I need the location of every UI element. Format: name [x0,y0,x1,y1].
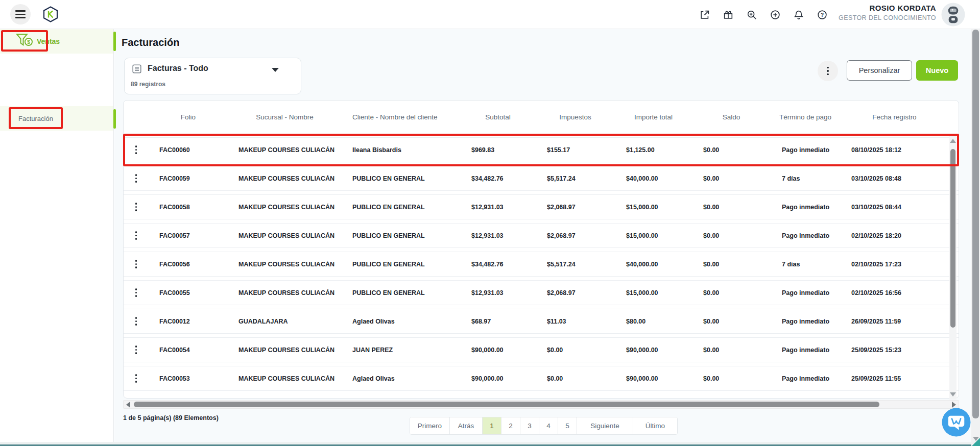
table-row[interactable]: FAC00060 MAKEUP COURSES CULIACÁN Ileana … [124,137,959,162]
table-row[interactable]: FAC00058 MAKEUP COURSES CULIACÁN PUBLICO… [124,194,959,219]
browser-vertical-scrollbar[interactable] [971,29,980,446]
pagination-page-4[interactable]: 4 [539,417,558,434]
cell-importe-total: $1,125.00 [615,146,692,154]
table-vertical-scrollbar-thumb[interactable] [950,149,955,328]
user-role: GESTOR DEL CONOCIMIENTO [839,14,936,21]
row-actions-kebab-icon[interactable] [124,203,149,211]
cell-sucursal: MAKEUP COURSES CULIACÁN [228,175,342,182]
row-actions-kebab-icon[interactable] [124,288,149,297]
external-link-icon[interactable] [699,9,710,20]
help-icon[interactable]: ? [817,9,828,20]
pagination-page-3[interactable]: 3 [520,417,539,434]
gift-icon[interactable] [723,9,734,20]
column-header-folio[interactable]: Folio [149,112,228,122]
cell-subtotal: $12,931.03 [460,204,536,211]
row-actions-kebab-icon[interactable] [124,145,149,154]
cell-termino: 7 días [771,175,840,182]
app-logo-icon [43,6,58,24]
nuevo-button[interactable]: Nuevo [916,60,958,81]
cell-termino: Pago inmediato [771,346,840,354]
notifications-bell-icon[interactable] [793,9,804,20]
pagination-page-1[interactable]: 1 [483,417,501,434]
row-actions-kebab-icon[interactable] [124,231,149,240]
table-row[interactable]: FAC00056 MAKEUP COURSES CULIACÁN PUBLICO… [124,252,959,277]
column-header-fecha-registro[interactable]: Fecha registro [840,112,949,122]
cell-sucursal: MAKEUP COURSES CULIACÁN [228,204,342,211]
scroll-right-arrow-icon[interactable] [952,402,956,408]
cell-termino: Pago inmediato [771,232,840,239]
scroll-down-arrow-icon[interactable] [950,392,956,397]
pagination-page-2[interactable]: 2 [501,417,520,434]
column-header-sucursal[interactable]: Sucursal - Nombre [228,112,342,122]
pagination-last-button[interactable]: Último [633,417,677,434]
column-header-termino-de-pago[interactable]: Término de pago [771,112,840,122]
cell-sucursal: GUADALAJARA [228,318,342,325]
table-horizontal-scrollbar[interactable] [123,400,959,409]
column-header-subtotal[interactable]: Subtotal [460,112,536,122]
row-actions-kebab-icon[interactable] [124,374,149,383]
sidebar-item-ventas-label: Ventas [37,37,60,45]
user-info[interactable]: ROSIO KORDATA GESTOR DEL CONOCIMIENTO [839,4,936,21]
cell-subtotal: $34,482.76 [460,261,536,268]
sidebar-item-facturacion[interactable]: Facturación [18,114,105,124]
row-actions-kebab-icon[interactable] [124,260,149,268]
cell-importe-total: $90,000.00 [615,346,692,354]
table-horizontal-scrollbar-thumb[interactable] [134,402,879,407]
column-header-saldo[interactable]: Saldo [692,112,771,122]
cell-termino: Pago inmediato [771,289,840,296]
row-actions-kebab-icon[interactable] [124,174,149,183]
scroll-left-arrow-icon[interactable] [126,402,130,408]
pagination-next-button[interactable]: Siguiente [577,417,633,434]
cell-folio: FAC00057 [149,232,228,239]
table-row[interactable]: FAC00012 GUADALAJARA Aglaed Olivas $68.9… [124,309,959,334]
table-row[interactable]: FAC00059 MAKEUP COURSES CULIACÁN PUBLICO… [124,166,959,191]
column-header-importe-total[interactable]: Importe total [615,112,692,122]
chat-widget-button[interactable] [942,408,971,437]
cell-importe-total: $90,000.00 [615,375,692,382]
view-selector-value: Facturas - Todo [148,64,208,73]
browser-scrollbar-thumb[interactable] [972,30,979,418]
cell-cliente: Aglaed Olivas [342,318,460,325]
scroll-up-arrow-icon[interactable] [950,139,956,143]
cell-saldo: $0.00 [692,204,771,211]
more-options-button[interactable] [818,61,838,81]
avatar[interactable] [941,3,965,27]
cell-importe-total: $80.00 [615,318,692,325]
cell-folio: FAC00060 [149,146,228,154]
cell-sucursal: MAKEUP COURSES CULIACÁN [228,232,342,239]
row-actions-kebab-icon[interactable] [124,345,149,354]
cell-importe-total: $40,000.00 [615,175,692,182]
svg-text:$: $ [27,39,30,45]
cell-subtotal: $969.83 [460,146,536,154]
hamburger-menu-icon[interactable] [10,4,31,24]
kebab-icon [827,67,829,76]
cell-saldo: $0.00 [692,375,771,382]
cell-impuestos: $2,068.97 [536,204,615,211]
view-selector[interactable]: Facturas - Todo 89 registros [124,58,301,94]
cell-folio: FAC00055 [149,289,228,296]
table-row[interactable]: FAC00057 MAKEUP COURSES CULIACÁN PUBLICO… [124,223,959,248]
personalizar-button[interactable]: Personalizar [847,60,912,81]
table-row[interactable]: FAC00053 MAKEUP COURSES CULIACÁN Aglaed … [124,366,959,391]
cell-importe-total: $15,000.00 [615,289,692,296]
table-row[interactable]: FAC00054 MAKEUP COURSES CULIACÁN JUAN PE… [124,337,959,362]
cell-subtotal: $34,482.76 [460,175,536,182]
cell-impuestos: $0.00 [536,375,615,382]
column-header-cliente[interactable]: Cliente - Nombre del cliente [342,112,460,122]
table-row[interactable]: FAC00055 MAKEUP COURSES CULIACÁN PUBLICO… [124,280,959,305]
row-actions-kebab-icon[interactable] [124,317,149,326]
pagination-prev-button[interactable]: Atrás [450,417,483,434]
search-icon[interactable] [746,9,757,20]
cell-impuestos: $2,068.97 [536,289,615,296]
pagination-page-5[interactable]: 5 [558,417,577,434]
cell-subtotal: $12,931.03 [460,232,536,239]
cell-sucursal: MAKEUP COURSES CULIACÁN [228,375,342,382]
invoices-table: Folio Sucursal - Nombre Cliente - Nombre… [123,100,959,399]
cell-subtotal: $90,000.00 [460,346,536,354]
pagination-first-button[interactable]: Primero [410,417,450,434]
column-header-impuestos[interactable]: Impuestos [536,112,615,122]
cell-sucursal: MAKEUP COURSES CULIACÁN [228,261,342,268]
chevron-down-icon [272,68,279,72]
add-circle-icon[interactable] [770,9,781,20]
cell-subtotal: $68.97 [460,318,536,325]
